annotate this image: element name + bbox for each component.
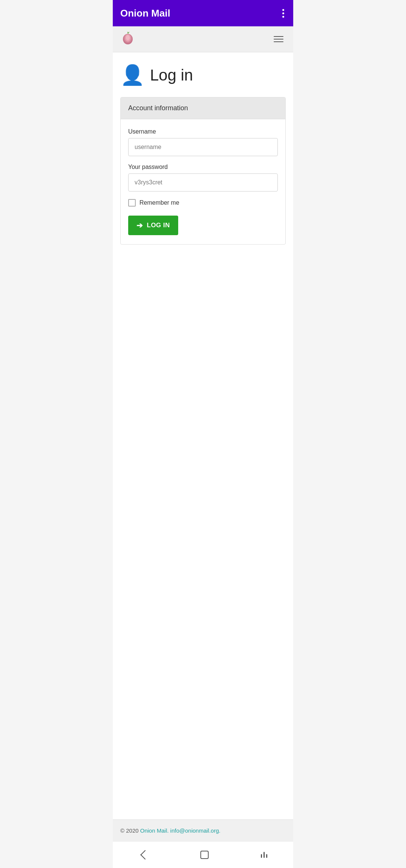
- username-input[interactable]: [128, 138, 278, 156]
- onion-logo[interactable]: [120, 31, 135, 47]
- home-square-icon: [200, 851, 209, 859]
- app-title: Onion Mail: [120, 8, 170, 19]
- password-input[interactable]: [128, 173, 278, 192]
- android-nav-bar: [113, 841, 293, 868]
- password-group: Your password: [128, 164, 278, 192]
- page-title: Log in: [150, 66, 193, 84]
- dot-1: [282, 9, 284, 11]
- footer-link[interactable]: Onion Mail. info@onionmail.org.: [140, 827, 221, 834]
- nav-bar: [113, 26, 293, 52]
- hamburger-menu-button[interactable]: [271, 34, 286, 44]
- app-bar: Onion Mail: [113, 0, 293, 26]
- login-form-card: Account information Username Your passwo…: [120, 97, 286, 245]
- login-button-label: LOG IN: [147, 222, 170, 229]
- hamburger-line-2: [274, 39, 283, 40]
- login-button[interactable]: ➔ LOG IN: [128, 216, 178, 235]
- back-arrow-icon: [140, 850, 150, 859]
- user-icon: 👤: [120, 64, 145, 87]
- page-title-section: 👤 Log in: [120, 64, 286, 87]
- recents-icon: [261, 852, 267, 858]
- footer: © 2020 Onion Mail. info@onionmail.org.: [113, 819, 293, 841]
- more-options-button[interactable]: [281, 8, 286, 19]
- remember-me-label[interactable]: Remember me: [139, 199, 179, 206]
- main-content: 👤 Log in Account information Username Yo…: [113, 52, 293, 819]
- form-card-body: Username Your password Remember me ➔ LOG…: [121, 119, 285, 244]
- remember-me-checkbox[interactable]: [128, 199, 136, 207]
- username-group: Username: [128, 128, 278, 156]
- android-home-button[interactable]: [191, 848, 218, 862]
- hamburger-line-1: [274, 36, 283, 37]
- dot-2: [282, 12, 284, 14]
- username-label: Username: [128, 128, 278, 135]
- dot-3: [282, 16, 284, 18]
- remember-me-group: Remember me: [128, 199, 278, 207]
- svg-point-3: [126, 35, 130, 40]
- form-section-title: Account information: [121, 97, 285, 119]
- password-label: Your password: [128, 164, 278, 170]
- android-back-button[interactable]: [130, 848, 158, 861]
- hamburger-line-3: [274, 41, 283, 42]
- android-recents-button[interactable]: [252, 849, 276, 861]
- login-arrow-icon: ➔: [136, 221, 143, 230]
- footer-copyright: © 2020: [120, 827, 140, 834]
- footer-text: © 2020 Onion Mail. info@onionmail.org.: [120, 827, 286, 834]
